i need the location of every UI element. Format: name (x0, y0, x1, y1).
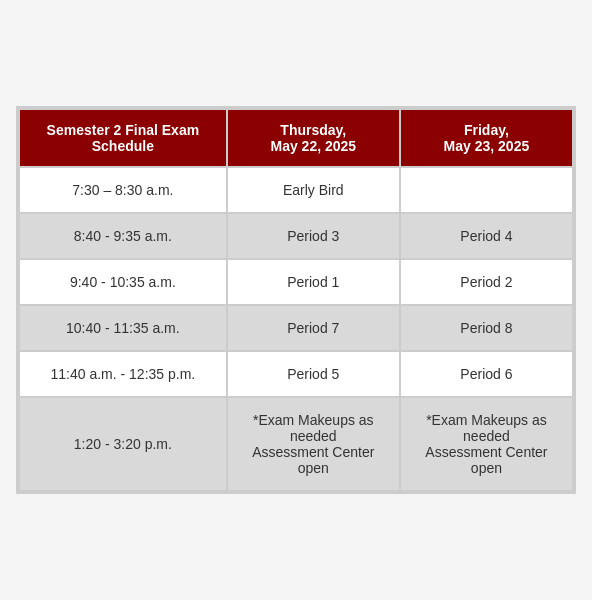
friday-cell: Period 2 (400, 259, 573, 305)
time-cell: 10:40 - 11:35 a.m. (19, 305, 227, 351)
friday-cell: Period 6 (400, 351, 573, 397)
table-row: 10:40 - 11:35 a.m.Period 7Period 8 (19, 305, 573, 351)
thursday-cell: Period 7 (227, 305, 400, 351)
header-thursday: Thursday,May 22, 2025 (227, 109, 400, 167)
friday-cell: Period 4 (400, 213, 573, 259)
table-row: 11:40 a.m. - 12:35 p.m.Period 5Period 6 (19, 351, 573, 397)
header-schedule: Semester 2 Final Exam Schedule (19, 109, 227, 167)
table-row: 9:40 - 10:35 a.m.Period 1Period 2 (19, 259, 573, 305)
thursday-cell: Period 1 (227, 259, 400, 305)
time-cell: 11:40 a.m. - 12:35 p.m. (19, 351, 227, 397)
friday-cell (400, 167, 573, 213)
table-row: 7:30 – 8:30 a.m.Early Bird (19, 167, 573, 213)
friday-cell: *Exam Makeups as neededAssessment Center… (400, 397, 573, 491)
table-row: 1:20 - 3:20 p.m.*Exam Makeups as neededA… (19, 397, 573, 491)
schedule-table: Semester 2 Final Exam Schedule Thursday,… (18, 108, 574, 492)
schedule-table-wrapper: Semester 2 Final Exam Schedule Thursday,… (16, 106, 576, 494)
time-cell: 9:40 - 10:35 a.m. (19, 259, 227, 305)
time-cell: 8:40 - 9:35 a.m. (19, 213, 227, 259)
thursday-cell: Period 5 (227, 351, 400, 397)
schedule-body: 7:30 – 8:30 a.m.Early Bird8:40 - 9:35 a.… (19, 167, 573, 491)
friday-cell: Period 8 (400, 305, 573, 351)
thursday-cell: Period 3 (227, 213, 400, 259)
thursday-cell: Early Bird (227, 167, 400, 213)
time-cell: 7:30 – 8:30 a.m. (19, 167, 227, 213)
thursday-cell: *Exam Makeups as neededAssessment Center… (227, 397, 400, 491)
header-row: Semester 2 Final Exam Schedule Thursday,… (19, 109, 573, 167)
header-friday: Friday,May 23, 2025 (400, 109, 573, 167)
table-row: 8:40 - 9:35 a.m.Period 3Period 4 (19, 213, 573, 259)
time-cell: 1:20 - 3:20 p.m. (19, 397, 227, 491)
